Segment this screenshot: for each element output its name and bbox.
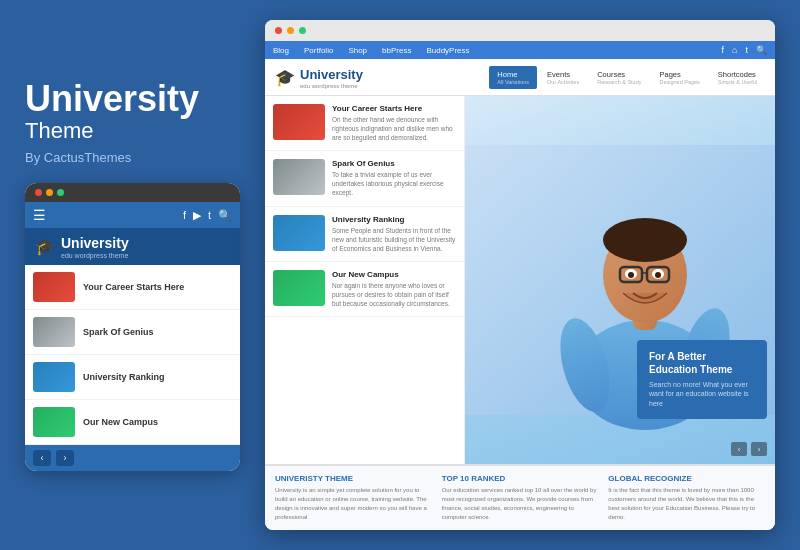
- browser-dot-yellow: [287, 27, 294, 34]
- nav-bbpress[interactable]: bbPress: [382, 46, 411, 55]
- thumb-ranking: [273, 215, 325, 251]
- thumbnail-campus: [33, 407, 75, 437]
- thumb-campus: [273, 270, 325, 306]
- browser-main-content: Your Career Starts Here On the other han…: [265, 96, 775, 464]
- item-content-genius: Spark Of Genius To take a trivial exampl…: [332, 159, 456, 197]
- item-desc: On the other hand we denounce with right…: [332, 115, 456, 142]
- home-icon[interactable]: ⌂: [732, 45, 737, 55]
- mobile-logo-name: University: [61, 235, 129, 251]
- mobile-top-bar: [25, 183, 240, 202]
- search-icon[interactable]: 🔍: [756, 45, 767, 55]
- logo-shield-icon: 🎓: [35, 237, 55, 256]
- mobile-nav-icons: f ▶ t 🔍: [183, 209, 232, 222]
- bottom-text-global: It is the fact that this theme is loved …: [608, 486, 765, 522]
- item-desc: Nor again is there anyone who loves or p…: [332, 281, 456, 308]
- menu-item-courses[interactable]: Courses Research & Study: [589, 66, 649, 89]
- mobile-logo-tagline: edu wordpress theme: [61, 252, 129, 259]
- site-logo-tagline: edu wordpress theme: [300, 83, 363, 89]
- hero-cta-title: For A Better Education Theme: [649, 350, 755, 376]
- desktop-mockup: Blog Portfolio Shop bbPress BuddyPress f…: [265, 20, 775, 530]
- hero-navigation-arrows: ‹ ›: [731, 442, 767, 456]
- bottom-title-ranked: TOP 10 RANKED: [442, 474, 599, 483]
- site-logo-name: University: [300, 67, 363, 82]
- list-item: Spark Of Genius To take a trivial exampl…: [265, 151, 464, 206]
- list-item: Your Career Starts Here: [25, 265, 240, 310]
- author-credit: By CactusThemes: [25, 150, 245, 165]
- mobile-logo-text-group: University edu wordpress theme: [61, 234, 129, 259]
- list-item: Your Career Starts Here On the other han…: [265, 96, 464, 151]
- list-item: Spark Of Genius: [25, 310, 240, 355]
- menu-shortcodes-label: Shortcodes: [718, 70, 756, 79]
- list-item: Our New Campus: [25, 400, 240, 445]
- mobile-nav-arrows: ‹ ›: [25, 445, 240, 471]
- browser-logo: 🎓 University edu wordpress theme: [275, 65, 363, 89]
- thumbnail-ranking: [33, 362, 75, 392]
- hero-prev-button[interactable]: ‹: [731, 442, 747, 456]
- list-item: Our New Campus Nor again is there anyone…: [265, 262, 464, 317]
- svg-point-11: [655, 272, 661, 278]
- item-title: Our New Campus: [332, 270, 456, 279]
- bottom-text-ranked: Our education services ranked top 10 all…: [442, 486, 599, 522]
- browser-nav-social-icons: f ⌂ t 🔍: [722, 45, 767, 55]
- twitter-icon[interactable]: t: [208, 209, 211, 222]
- item-content-campus: Our New Campus Nor again is there anyone…: [332, 270, 456, 308]
- hero-next-button[interactable]: ›: [751, 442, 767, 456]
- dot-red: [35, 189, 42, 196]
- menu-home-label: Home: [497, 70, 517, 79]
- nav-shop[interactable]: Shop: [348, 46, 367, 55]
- prev-button[interactable]: ‹: [33, 450, 51, 466]
- menu-courses-sub: Research & Study: [597, 79, 641, 85]
- item-title: Your Career Starts Here: [332, 104, 456, 113]
- browser-bottom-section: UNIVERISTY THEME University is an simple…: [265, 464, 775, 530]
- item-title: University Ranking: [332, 215, 456, 224]
- mobile-nav-bar: ☰ f ▶ t 🔍: [25, 202, 240, 228]
- item-content-career: Your Career Starts Here On the other han…: [332, 104, 456, 142]
- list-item: University Ranking: [25, 355, 240, 400]
- main-nav-menu: Home All Variations Events Our Activitie…: [489, 66, 765, 89]
- hero-cta-desc: Search no more! What you ever want for a…: [649, 380, 755, 409]
- browser-chrome: [265, 20, 775, 41]
- menu-item-home[interactable]: Home All Variations: [489, 66, 537, 89]
- item-desc: To take a trivial example of us ever und…: [332, 170, 456, 197]
- facebook-icon[interactable]: f: [722, 45, 725, 55]
- hamburger-icon[interactable]: ☰: [33, 207, 46, 223]
- logo-text-group: University edu wordpress theme: [300, 65, 363, 89]
- menu-home-sub: All Variations: [497, 79, 529, 85]
- twitter-icon[interactable]: t: [745, 45, 748, 55]
- menu-item-events[interactable]: Events Our Activities: [539, 66, 587, 89]
- thumbnail-genius: [33, 317, 75, 347]
- browser-dot-red: [275, 27, 282, 34]
- thumb-genius: [273, 159, 325, 195]
- theme-title: University Theme: [25, 79, 245, 145]
- title-theme: Theme: [25, 118, 245, 144]
- facebook-icon[interactable]: f: [183, 209, 186, 222]
- menu-courses-label: Courses: [597, 70, 625, 79]
- browser-site-header: 🎓 University edu wordpress theme Home Al…: [265, 59, 775, 96]
- list-item: University Ranking Some People and Stude…: [265, 207, 464, 262]
- item-title-career: Your Career Starts Here: [83, 282, 184, 292]
- menu-pages-sub: Designed Pages: [659, 79, 699, 85]
- nav-portfolio[interactable]: Portfolio: [304, 46, 333, 55]
- next-button[interactable]: ›: [56, 450, 74, 466]
- bottom-col-ranked: TOP 10 RANKED Our education services ran…: [442, 474, 599, 522]
- nav-buddypress[interactable]: BuddyPress: [426, 46, 469, 55]
- menu-shortcodes-sub: Simple & Useful: [718, 79, 757, 85]
- youtube-icon[interactable]: ▶: [193, 209, 201, 222]
- browser-dot-green: [299, 27, 306, 34]
- nav-blog[interactable]: Blog: [273, 46, 289, 55]
- item-desc: Some People and Students in front of the…: [332, 226, 456, 253]
- browser-hero: For A Better Education Theme Search no m…: [465, 96, 775, 464]
- browser-top-nav: Blog Portfolio Shop bbPress BuddyPress f…: [265, 41, 775, 59]
- menu-item-shortcodes[interactable]: Shortcodes Simple & Useful: [710, 66, 765, 89]
- svg-point-4: [603, 218, 687, 262]
- bottom-text-university: University is an simple yet complete sol…: [275, 486, 432, 522]
- mobile-logo-bar: 🎓 University edu wordpress theme: [25, 228, 240, 265]
- bottom-col-global: GLOBAL RECOGNIZE It is the fact that thi…: [608, 474, 765, 522]
- item-title-ranking: University Ranking: [83, 372, 165, 382]
- menu-item-pages[interactable]: Pages Designed Pages: [651, 66, 707, 89]
- dot-yellow: [46, 189, 53, 196]
- left-panel: University Theme By CactusThemes ☰ f ▶ t…: [25, 79, 245, 472]
- menu-pages-label: Pages: [659, 70, 680, 79]
- search-icon[interactable]: 🔍: [218, 209, 232, 222]
- menu-events-sub: Our Activities: [547, 79, 579, 85]
